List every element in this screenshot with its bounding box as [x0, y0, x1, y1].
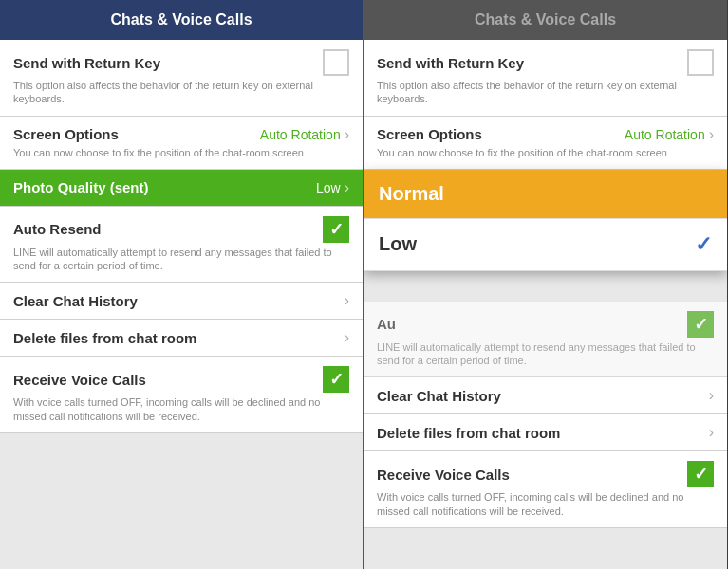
send-return-key-desc: This option also affects the behavior of…: [13, 79, 349, 106]
right-settings-list: Send with Return Key This option also af…: [364, 40, 727, 569]
right-setting-receive-calls: Receive Voice Calls With voice calls tur…: [364, 451, 727, 528]
photo-quality-dropdown: Normal Low ✓: [364, 170, 727, 271]
setting-screen-options: Screen Options Auto Rotation › You can n…: [0, 117, 363, 170]
dropdown-option-low[interactable]: Low ✓: [364, 219, 727, 271]
send-return-key-title: Send with Return Key: [13, 55, 160, 71]
clear-chat-chevron-icon: ›: [345, 292, 349, 309]
right-receive-calls-title: Receive Voice Calls: [377, 467, 510, 483]
receive-calls-checkbox[interactable]: [323, 366, 349, 393]
right-send-return-key-title: Send with Return Key: [377, 55, 524, 71]
right-delete-files-chevron-icon: ›: [709, 424, 714, 441]
right-panel-header: Chats & Voice Calls: [364, 0, 727, 40]
setting-delete-files[interactable]: Delete files from chat room ›: [0, 320, 363, 357]
setting-photo-quality[interactable]: Photo Quality (sent) Low ›: [0, 170, 363, 207]
right-clear-chat-title: Clear Chat History: [377, 388, 501, 404]
right-receive-calls-checkbox[interactable]: [687, 461, 714, 487]
right-receive-calls-desc: With voice calls turned OFF, incoming ca…: [377, 490, 714, 518]
right-screen-options-title: Screen Options: [377, 126, 482, 142]
screen-options-title: Screen Options: [13, 126, 119, 142]
receive-calls-desc: With voice calls turned OFF, incoming ca…: [13, 395, 349, 423]
right-screen-options-desc: You can now choose to fix the position o…: [377, 146, 714, 159]
left-panel-header: Chats & Voice Calls: [0, 0, 363, 40]
photo-quality-chevron-icon: ›: [345, 179, 349, 196]
clear-chat-title: Clear Chat History: [13, 293, 138, 309]
dropdown-low-check-icon: ✓: [695, 232, 712, 257]
auto-resend-checkbox[interactable]: [323, 216, 349, 243]
dropdown-option-normal[interactable]: Normal: [364, 170, 727, 219]
right-setting-auto-resend: Au LINE will automatically attempt to re…: [364, 302, 727, 378]
left-settings-list: Send with Return Key This option also af…: [0, 40, 363, 569]
setting-receive-calls: Receive Voice Calls With voice calls tur…: [0, 357, 363, 433]
delete-files-chevron-icon: ›: [345, 329, 349, 346]
right-auto-resend-desc: LINE will automatically attempt to resen…: [377, 340, 714, 368]
screen-options-desc: You can now choose to fix the position o…: [13, 146, 349, 159]
right-panel: Chats & Voice Calls Send with Return Key…: [364, 0, 727, 569]
right-setting-clear-chat[interactable]: Clear Chat History ›: [364, 377, 727, 414]
right-setting-send-return-key: Send with Return Key This option also af…: [364, 40, 727, 117]
right-delete-files-title: Delete files from chat room: [377, 425, 560, 441]
right-setting-screen-options: Screen Options Auto Rotation › You can n…: [364, 117, 727, 170]
send-return-key-checkbox[interactable]: [323, 49, 349, 76]
delete-files-title: Delete files from chat room: [13, 330, 196, 346]
receive-calls-title: Receive Voice Calls: [13, 372, 146, 388]
left-panel: Chats & Voice Calls Send with Return Key…: [0, 0, 364, 569]
screen-options-value: Auto Rotation: [260, 127, 341, 142]
dropdown-low-label: Low: [379, 233, 417, 255]
auto-resend-title: Auto Resend: [13, 221, 102, 237]
auto-resend-desc: LINE will automatically attempt to resen…: [13, 246, 349, 273]
right-screen-options-chevron-icon: ›: [709, 126, 714, 143]
right-auto-resend-checkbox[interactable]: [687, 311, 714, 338]
photo-quality-value: Low: [316, 180, 341, 195]
right-send-return-key-desc: This option also affects the behavior of…: [377, 79, 714, 106]
right-setting-delete-files[interactable]: Delete files from chat room ›: [364, 414, 727, 451]
right-auto-resend-title: Au: [377, 316, 396, 332]
photo-quality-title: Photo Quality (sent): [13, 179, 149, 195]
dropdown-normal-label: Normal: [379, 183, 444, 205]
right-photo-quality-container: Ph › Normal Low ✓: [364, 170, 727, 207]
right-clear-chat-chevron-icon: ›: [709, 387, 714, 404]
setting-send-return-key: Send with Return Key This option also af…: [0, 40, 363, 117]
setting-clear-chat[interactable]: Clear Chat History ›: [0, 283, 363, 320]
right-send-return-key-checkbox[interactable]: [687, 49, 714, 76]
screen-options-chevron-icon: ›: [345, 126, 349, 143]
right-screen-options-value: Auto Rotation: [625, 127, 705, 142]
setting-auto-resend: Auto Resend LINE will automatically atte…: [0, 207, 363, 284]
